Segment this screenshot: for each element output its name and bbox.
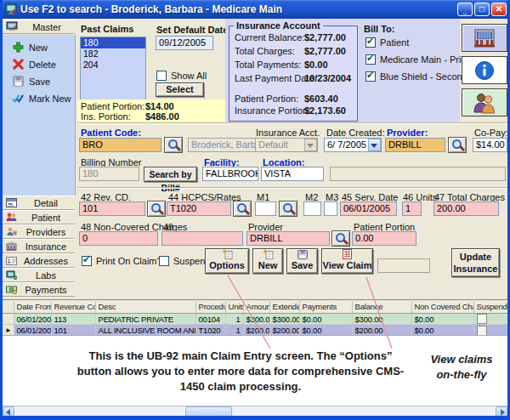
- suspended-cell: [473, 314, 510, 325]
- date-created-dropdown-icon[interactable]: [368, 139, 381, 151]
- location-extra-field: [330, 167, 506, 181]
- past-claims-listbox[interactable]: 180 182 204: [80, 37, 146, 100]
- patient-search-magnifier-icon[interactable]: [164, 137, 183, 153]
- serv-date-field[interactable]: 06/01/2005: [340, 201, 397, 216]
- sidebar-item-detail[interactable]: Detail: [3, 196, 75, 210]
- sidebar-item-insurance[interactable]: Insurance: [3, 239, 75, 253]
- col-header[interactable]: Units: [225, 300, 243, 314]
- location-field[interactable]: VISTA: [261, 167, 324, 181]
- units-field[interactable]: 1: [402, 201, 422, 216]
- building-icon: [472, 27, 497, 49]
- hcpcs-field[interactable]: T1020: [167, 201, 231, 216]
- save-floppy-icon: [298, 250, 308, 259]
- table-row[interactable]: 06/01/2005 113 PEDIATRIC PRIVATE 00104 1…: [3, 314, 510, 325]
- col-header[interactable]: Amount: [243, 300, 269, 314]
- maximize-button[interactable]: □: [474, 3, 490, 16]
- sidebar-item-addresses[interactable]: Addresses: [3, 253, 75, 268]
- minimize-button[interactable]: _: [457, 3, 473, 16]
- patient-code-field[interactable]: BRO: [79, 138, 162, 152]
- insurance-row-value: $2,777.00: [304, 32, 346, 43]
- sidebar-action-new[interactable]: New: [11, 41, 48, 54]
- bill-to-medicare-checkbox[interactable]: [366, 54, 376, 65]
- insurance-building-icon: [6, 241, 17, 251]
- view-claim-button[interactable]: View Claim: [321, 248, 373, 274]
- facility-button[interactable]: [462, 24, 507, 52]
- print-on-claim-checkbox[interactable]: [82, 256, 92, 266]
- total-charges-field[interactable]: 200.00: [434, 201, 499, 216]
- line-status-field: [377, 258, 430, 273]
- bill-to-patient-checkbox[interactable]: [366, 37, 376, 48]
- col-header[interactable]: Procedure: [196, 300, 225, 314]
- sidebar-action-delete[interactable]: Delete: [11, 58, 56, 71]
- new-line-button[interactable]: New: [252, 248, 283, 274]
- col-header[interactable]: Revenue Code: [51, 300, 95, 314]
- show-all-checkbox[interactable]: [156, 71, 167, 81]
- provider-search-magnifier-icon[interactable]: [448, 137, 467, 153]
- cell: 113: [51, 314, 95, 325]
- col-header[interactable]: Non Covered Charges: [411, 300, 473, 314]
- bill-to-blueshield-checkbox[interactable]: [366, 71, 376, 82]
- hcpcs-magnifier-icon[interactable]: [233, 201, 252, 217]
- col-header[interactable]: Balance: [352, 300, 411, 314]
- col-header[interactable]: Extended: [269, 300, 299, 314]
- line-provider-magnifier-icon[interactable]: [332, 230, 350, 247]
- m3-field[interactable]: [324, 201, 337, 216]
- col-header[interactable]: Desc: [95, 300, 196, 314]
- search-by-bill-button[interactable]: Search by Bill#: [144, 167, 197, 182]
- sidebar-item-labs[interactable]: Labs: [3, 268, 75, 282]
- row-selector[interactable]: [3, 314, 14, 325]
- select-button[interactable]: Select: [156, 82, 204, 97]
- sidebar-item-patient[interactable]: Patient: [3, 210, 75, 224]
- list-item[interactable]: 182: [81, 48, 145, 60]
- m2-field[interactable]: [303, 201, 321, 216]
- button-label: New: [258, 260, 278, 270]
- close-button[interactable]: ✕: [491, 3, 507, 16]
- line-provider-field[interactable]: DRBILL: [246, 231, 330, 246]
- titlebar[interactable]: Use F2 to search - Broderick, Barbara - …: [0, 0, 510, 19]
- print-on-claim-label: Print On Claim?: [96, 256, 162, 266]
- provider-field[interactable]: DRBILL: [385, 138, 445, 152]
- suspended-checkbox[interactable]: [159, 256, 169, 266]
- rev-cd-field[interactable]: 101: [79, 201, 145, 216]
- insurance-row-value: $603.40: [304, 94, 338, 104]
- default-date-field[interactable]: 09/12/2005: [156, 36, 213, 50]
- rev-cd-magnifier-icon[interactable]: [147, 201, 166, 217]
- line-patient-portion-field[interactable]: 0.00: [352, 231, 416, 246]
- cell: $0.00: [411, 314, 473, 325]
- m1-field[interactable]: [255, 201, 276, 216]
- facility-field[interactable]: FALLBROOK: [202, 167, 258, 181]
- sidebar-action-save[interactable]: Save: [11, 75, 50, 88]
- sidebar-item-providers[interactable]: Providers: [3, 224, 75, 239]
- sidebar-item-label: Detail: [17, 198, 75, 208]
- col-header[interactable]: Date From: [14, 300, 51, 314]
- patient-people-icon: [6, 213, 17, 222]
- info-button[interactable]: [462, 56, 507, 84]
- ins-portion-value: $486.00: [145, 111, 179, 122]
- update-insurance-button[interactable]: Update Insurance: [451, 248, 500, 277]
- patients-button[interactable]: [462, 88, 507, 116]
- m1-magnifier-icon[interactable]: [279, 201, 298, 217]
- copay-field[interactable]: $14.00: [473, 138, 507, 152]
- sidebar-item-payments[interactable]: Payments: [3, 282, 75, 297]
- cell: PEDIATRIC PRIVATE: [95, 314, 196, 325]
- button-label: Options: [209, 260, 245, 270]
- col-header[interactable]: Payments: [299, 300, 352, 314]
- save-line-button[interactable]: Save: [286, 248, 318, 274]
- options-button[interactable]: Options: [205, 248, 249, 274]
- col-header[interactable]: Suspended: [473, 300, 510, 314]
- non-covered-field[interactable]: 0: [79, 231, 158, 246]
- sidebar-item-master[interactable]: Master: [3, 20, 75, 34]
- people-icon: [473, 92, 496, 114]
- sidebar-action-mark-new[interactable]: Mark New: [11, 92, 71, 105]
- grid-header-row: Date From Revenue Code Desc Procedure Un…: [3, 300, 510, 314]
- button-label: View Claim: [323, 260, 372, 270]
- col49-field[interactable]: [162, 231, 243, 246]
- list-item[interactable]: 180: [81, 37, 145, 48]
- suspended-row-checkbox[interactable]: [477, 314, 487, 324]
- double-check-icon: [11, 93, 25, 105]
- claim-lines-grid[interactable]: Date From Revenue Code Desc Procedure Un…: [3, 299, 510, 337]
- insurance-acct-dropdown-icon[interactable]: [304, 139, 317, 151]
- insurance-row-label: Total Payments:: [235, 60, 301, 70]
- insurance-row-value: $2,173.60: [304, 105, 346, 116]
- list-item[interactable]: 204: [81, 60, 145, 71]
